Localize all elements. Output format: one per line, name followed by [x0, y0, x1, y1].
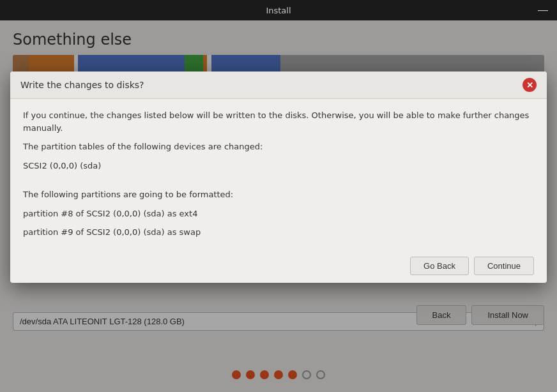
dialog-body: If you continue, the changes listed belo…	[10, 99, 547, 249]
dialog-body-line5: partition #8 of SCSI2 (0,0,0) (sda) as e…	[23, 207, 534, 220]
dialog-title: Write the changes to disks?	[20, 80, 144, 90]
dialog-body-line3: SCSI2 (0,0,0) (sda)	[23, 160, 534, 172]
dialog-body-line2: The partition tables of the following de…	[23, 140, 534, 153]
dialog-footer: Go Back Continue	[10, 249, 547, 283]
dialog-header: Write the changes to disks? ✕	[10, 72, 547, 99]
main-content: Something else sda5 (ntfs)74.6 GBfree sp…	[0, 20, 557, 392]
dialog: Write the changes to disks? ✕ If you con…	[10, 72, 547, 283]
dialog-body-line4: The following partitions are going to be…	[23, 188, 534, 201]
go-back-button[interactable]: Go Back	[410, 257, 469, 275]
title-bar: Install —	[0, 0, 557, 20]
dialog-backdrop: Write the changes to disks? ✕ If you con…	[0, 20, 557, 392]
dialog-body-line6: partition #9 of SCSI2 (0,0,0) (sda) as s…	[23, 226, 534, 239]
title-bar-controls: —	[534, 4, 552, 17]
continue-button[interactable]: Continue	[474, 257, 534, 275]
window-title: Install	[266, 6, 291, 15]
dialog-body-line1: If you continue, the changes listed belo…	[23, 109, 534, 134]
minimize-button[interactable]: —	[534, 4, 552, 17]
dialog-close-button[interactable]: ✕	[523, 78, 537, 92]
